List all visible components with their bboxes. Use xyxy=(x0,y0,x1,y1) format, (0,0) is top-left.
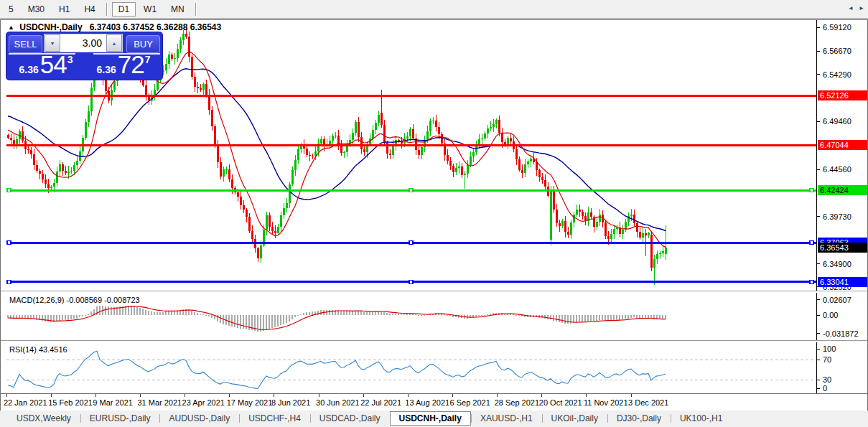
date-tick-label: 28 Sep 2021 xyxy=(495,398,539,407)
svg-text:6.34900: 6.34900 xyxy=(823,260,851,268)
date-tick-label: 17 May 2021 xyxy=(227,398,273,407)
sell-button-label: SELL xyxy=(14,39,37,50)
timeframe-button-D1[interactable]: D1 xyxy=(112,2,136,17)
buy-button-label: BUY xyxy=(134,39,153,50)
timeframe-button-H4[interactable]: H4 xyxy=(78,2,101,17)
sell-price-prefix: 6.36 xyxy=(19,64,39,75)
pane-separator[interactable] xyxy=(1,340,867,342)
chart-tab-usdcad-daily[interactable]: USDCAD-,Daily xyxy=(310,411,390,426)
price-tag: 6.33041 xyxy=(818,277,867,287)
timeframe-button-MN[interactable]: MN xyxy=(164,2,191,17)
chart-tab-usdchf-h4[interactable]: USDCHF-,H4 xyxy=(239,411,310,426)
chart-tab-xauusd-h1[interactable]: XAUUSD-,H1 xyxy=(471,411,542,426)
volume-input[interactable] xyxy=(60,34,106,52)
date-tick-label: 8 Jun 2021 xyxy=(271,398,310,407)
sell-price-big-digits: 54 xyxy=(40,54,67,75)
chart-tab-bar: USDX,WeeklyEURUSD-,DailyAUDUSD-,DailyUSD… xyxy=(0,410,868,426)
date-tick-label: 22 Jan 2021 xyxy=(4,398,47,407)
svg-text:0: 0 xyxy=(823,384,827,393)
svg-text:100: 100 xyxy=(823,344,836,353)
chart-tab-uk100-h1[interactable]: UK100-,H1 xyxy=(671,411,732,426)
date-tick-label: 3 Dec 2021 xyxy=(628,398,668,407)
timeframe-button-M30[interactable]: M30 xyxy=(22,2,51,17)
svg-text:6.59120: 6.59120 xyxy=(823,23,851,32)
chart-tab-eurusd-daily[interactable]: EURUSD-,Daily xyxy=(80,411,160,426)
buy-price-big-digits: 72 xyxy=(118,54,144,75)
tab-scroll-arrows: ◄ ► xyxy=(844,5,864,11)
svg-text:-0.031872: -0.031872 xyxy=(823,329,859,338)
chart-window: ▲ USDCNH-,Daily 6.37403 6.37452 6.36288 … xyxy=(0,19,868,410)
date-tick-label: 13 Aug 2021 xyxy=(405,398,449,407)
date-tick-label: 30 Jun 2021 xyxy=(316,398,360,407)
svg-text:0.00: 0.00 xyxy=(823,311,838,319)
timeframe-button-5[interactable]: 5 xyxy=(2,2,20,17)
toolbar-separator xyxy=(195,3,197,16)
svg-text:30: 30 xyxy=(823,375,831,384)
timeframe-toolbar: 5M30H1H4D1W1MN xyxy=(0,0,868,19)
scroll-tabs-right-icon[interactable]: ► xyxy=(859,5,864,11)
triangle-down-icon: ▼ xyxy=(50,41,55,46)
price-tag: 6.52126 xyxy=(818,90,867,100)
date-tick-label: 20 Oct 2021 xyxy=(539,398,582,407)
date-tick-label: 9 Mar 2021 xyxy=(93,398,133,407)
volume-increase-button[interactable]: ▲ xyxy=(106,34,122,52)
svg-text:6.44560: 6.44560 xyxy=(823,165,851,174)
chart-tab-ukoil-daily[interactable]: UKOil-,Daily xyxy=(542,411,607,426)
svg-text:6.56670: 6.56670 xyxy=(823,47,851,55)
date-tick-label: 6 Sep 2021 xyxy=(450,398,490,407)
sell-button[interactable]: SELL xyxy=(9,35,42,53)
date-tick-label: 22 Jul 2021 xyxy=(360,398,401,407)
chart-tab-audusd-daily[interactable]: AUDUSD-,Daily xyxy=(159,411,239,426)
one-click-trading-panel: SELL ▼ ▲ BUY 6.36 54 3 6. xyxy=(6,32,162,80)
sell-price-pip-digit: 3 xyxy=(67,54,73,65)
macd-indicator-pane[interactable]: 0.026070.00-0.031872MACD(12,26,9) -0.008… xyxy=(1,293,867,340)
rsi-label: RSI(14) 43.4516 xyxy=(9,345,67,354)
svg-text:6.47044: 6.47044 xyxy=(820,141,849,149)
svg-text:6.36543: 6.36543 xyxy=(820,243,849,252)
svg-text:70: 70 xyxy=(823,355,831,364)
price-tag: 6.47044 xyxy=(818,140,867,150)
chart-title: ▲ USDCNH-,Daily 6.37403 6.37452 6.36288 … xyxy=(8,22,221,32)
chart-tab-usdcnh-daily[interactable]: USDCNH-,Daily xyxy=(390,411,471,426)
volume-decrease-button[interactable]: ▼ xyxy=(45,34,60,52)
date-tick-label: 23 Apr 2021 xyxy=(182,398,225,407)
triangle-up-icon: ▲ xyxy=(112,41,117,46)
svg-text:6.52126: 6.52126 xyxy=(820,91,849,100)
metatrader-window: 5M30H1H4D1W1MN ▲ USDCNH-,Daily 6.37403 6… xyxy=(0,0,868,427)
toolbar-separator xyxy=(106,3,108,16)
date-tick-label: 15 Feb 2021 xyxy=(48,398,93,407)
chart-tab-usdx-weekly[interactable]: USDX,Weekly xyxy=(7,411,80,426)
buy-price-display[interactable]: 6.36 72 7 xyxy=(85,54,162,78)
timeframe-button-W1[interactable]: W1 xyxy=(137,2,163,17)
svg-text:0.02607: 0.02607 xyxy=(823,296,851,304)
svg-text:6.33041: 6.33041 xyxy=(820,278,849,286)
svg-text:6.42424: 6.42424 xyxy=(820,186,849,194)
scroll-tabs-left-icon[interactable]: ◄ xyxy=(848,5,854,11)
svg-text:6.49460: 6.49460 xyxy=(823,117,851,126)
current-price-tag: 6.36543 xyxy=(818,243,867,253)
buy-price-pip-digit: 7 xyxy=(145,54,151,65)
svg-text:6.39730: 6.39730 xyxy=(823,212,851,221)
price-tag: 6.42424 xyxy=(818,185,867,195)
chart-tab-dj30-daily[interactable]: DJ30-,Daily xyxy=(607,411,671,426)
chart-symbol-label: USDCNH-,Daily xyxy=(19,22,82,32)
sell-price-display[interactable]: 6.36 54 3 xyxy=(8,54,84,78)
macd-label: MACD(12,26,9) -0.008569 -0.008723 xyxy=(9,296,140,304)
rsi-indicator-pane[interactable]: 10070300RSI(14) 43.4516 xyxy=(1,342,867,393)
pane-separator[interactable] xyxy=(1,291,867,292)
timeframe-button-H1[interactable]: H1 xyxy=(52,2,76,17)
buy-price-prefix: 6.36 xyxy=(97,64,116,75)
collapse-triangle-icon[interactable]: ▲ xyxy=(8,24,14,31)
svg-text:6.54290: 6.54290 xyxy=(823,70,851,79)
date-tick-label: 11 Nov 2021 xyxy=(584,398,628,407)
time-axis[interactable]: 22 Jan 202115 Feb 20219 Mar 202131 Mar 2… xyxy=(1,393,867,410)
chart-ohlc-values: 6.37403 6.37452 6.36288 6.36543 xyxy=(90,22,222,32)
date-tick-label: 31 Mar 2021 xyxy=(137,398,182,407)
